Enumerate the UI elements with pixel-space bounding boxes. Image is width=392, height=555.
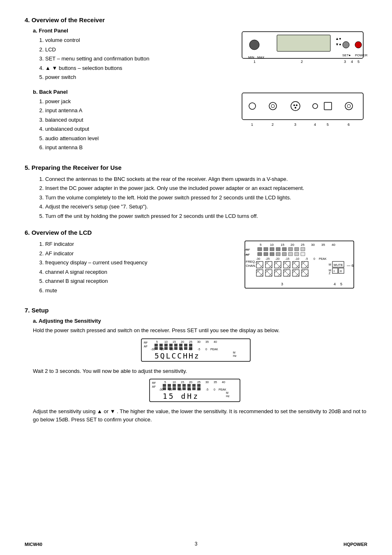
svg-rect-51	[270, 247, 274, 251]
svg-text:15: 15	[181, 381, 184, 384]
sqelch-display-svg: RF AF 5 10 15 20 25 30 35 40	[141, 338, 251, 363]
svg-text:15: 15	[173, 340, 176, 343]
front-panel-svg: MIN MAX ▲● ▼● SET● POWER 1 2 3 4 5	[240, 28, 367, 67]
svg-point-20	[291, 102, 300, 111]
svg-point-22	[296, 104, 297, 106]
svg-line-74	[256, 261, 263, 268]
svg-rect-147	[164, 344, 168, 347]
list-item: ▲ ▼ buttons – selection buttons	[45, 64, 232, 72]
section-5: 5. Preparing the Receiver for Use Connec…	[25, 164, 367, 220]
svg-rect-59	[270, 252, 274, 256]
svg-text:5: 5	[357, 60, 360, 64]
svg-text:FREQ.: FREQ.	[246, 260, 256, 264]
display-image-1: RF AF 5 10 15 20 25 30 35 40	[25, 338, 367, 364]
footer-left: MICW40	[25, 542, 42, 547]
svg-point-18	[269, 102, 277, 110]
svg-rect-153	[154, 347, 158, 350]
svg-text:1: 1	[254, 60, 256, 64]
svg-line-102	[265, 270, 272, 276]
svg-text:-15: -15	[187, 388, 191, 391]
svg-text:-15: -15	[179, 348, 183, 351]
svg-text:M: M	[226, 391, 228, 394]
svg-text:MUTE: MUTE	[334, 263, 343, 267]
svg-text:30: 30	[197, 340, 201, 343]
svg-rect-49	[258, 247, 262, 251]
svg-rect-53	[282, 247, 286, 251]
svg-text:30: 30	[205, 381, 209, 384]
list-item: balanced output	[45, 116, 232, 124]
svg-rect-55	[295, 247, 299, 251]
sensitivity-subtitle: a. Adjusting the Sensitivity	[33, 318, 367, 324]
svg-text:-10: -10	[188, 348, 192, 351]
svg-text:40: 40	[222, 381, 225, 384]
svg-line-78	[265, 261, 272, 268]
svg-text:PEAK: PEAK	[210, 348, 218, 351]
svg-line-94	[302, 261, 308, 268]
svg-rect-145	[154, 344, 158, 347]
svg-point-1	[249, 40, 259, 50]
list-item: Turn off the unit by holding the power s…	[45, 212, 367, 220]
svg-text:40: 40	[332, 243, 335, 247]
svg-point-27	[347, 104, 350, 108]
svg-text:-5: -5	[198, 348, 200, 351]
svg-text:PEAK: PEAK	[319, 257, 327, 260]
svg-rect-146	[159, 344, 163, 347]
list-item: input antenna B	[45, 143, 232, 152]
list-item: Connect the antennas to the BNC sockets …	[45, 175, 367, 183]
svg-text:AF: AF	[152, 385, 156, 388]
svg-text:Hz: Hz	[226, 395, 230, 398]
list-item: frequency display – current used frequen…	[45, 259, 236, 267]
list-item: volume control	[45, 36, 232, 44]
svg-rect-50	[264, 247, 268, 251]
front-panel-subtitle: a. Front Panel	[33, 28, 232, 34]
svg-text:15  dHz: 15 dHz	[163, 392, 199, 400]
svg-text:MIN: MIN	[248, 56, 254, 59]
svg-rect-188	[187, 384, 191, 387]
section-5-title: 5. Preparing the Receiver for Use	[25, 164, 367, 171]
lcd-section: RF indicator AF indicator frequency disp…	[25, 240, 367, 298]
svg-text:4: 4	[314, 123, 316, 127]
svg-line-82	[274, 261, 281, 268]
svg-rect-157	[174, 347, 178, 350]
list-item: mute	[45, 287, 236, 295]
svg-text:-25: -25	[160, 348, 164, 351]
svg-rect-4	[277, 35, 330, 51]
section-7: 7. Setup a. Adjusting the Sensitivity Ho…	[25, 307, 367, 423]
list-item: Turn the volume completely to the left. …	[45, 194, 367, 202]
svg-text:— 6: — 6	[347, 264, 354, 268]
list-item: SET – menu setting and confirmation butt…	[45, 55, 232, 63]
svg-text:35: 35	[321, 243, 325, 247]
svg-rect-57	[258, 252, 262, 256]
back-panel-section: b. Back Panel power jack input antenna A…	[25, 89, 367, 155]
svg-point-19	[271, 104, 274, 108]
svg-text:35: 35	[205, 340, 209, 343]
svg-text:-10: -10	[196, 388, 201, 391]
footer-center: 3	[195, 541, 198, 547]
list-item: RF indicator	[45, 240, 236, 248]
svg-rect-195	[182, 387, 186, 390]
svg-text:PEAK: PEAK	[219, 388, 226, 391]
svg-rect-197	[192, 387, 196, 390]
svg-rect-152	[189, 344, 192, 347]
svg-text:5: 5	[164, 381, 166, 384]
section-4: 4. Overview of the Receiver a. Front Pan…	[25, 16, 367, 155]
svg-text:RF: RF	[152, 382, 156, 384]
svg-text:4: 4	[351, 60, 353, 64]
svg-text:0: 0	[314, 257, 315, 260]
svg-text:1: 1	[251, 123, 253, 127]
svg-text:-20: -20	[169, 348, 173, 351]
svg-rect-64	[301, 252, 305, 256]
svg-text:I: I	[334, 269, 334, 273]
svg-line-86	[284, 261, 290, 268]
list-item: AF indicator	[45, 250, 236, 258]
svg-text:-30: -30	[159, 388, 163, 391]
svg-point-9	[355, 42, 362, 48]
lcd-svg: 5 10 15 20 25 30 35 40 RF AF FREQ. CHAN.…	[244, 240, 367, 294]
svg-text:10: 10	[164, 340, 168, 343]
svg-point-17	[249, 103, 256, 109]
list-item: Insert the DC power adapter in the power…	[45, 184, 367, 192]
svg-text:2: 2	[272, 123, 274, 127]
svg-text:1—: 1—	[244, 247, 248, 252]
svg-rect-191	[163, 387, 166, 390]
svg-text:M: M	[233, 351, 235, 354]
